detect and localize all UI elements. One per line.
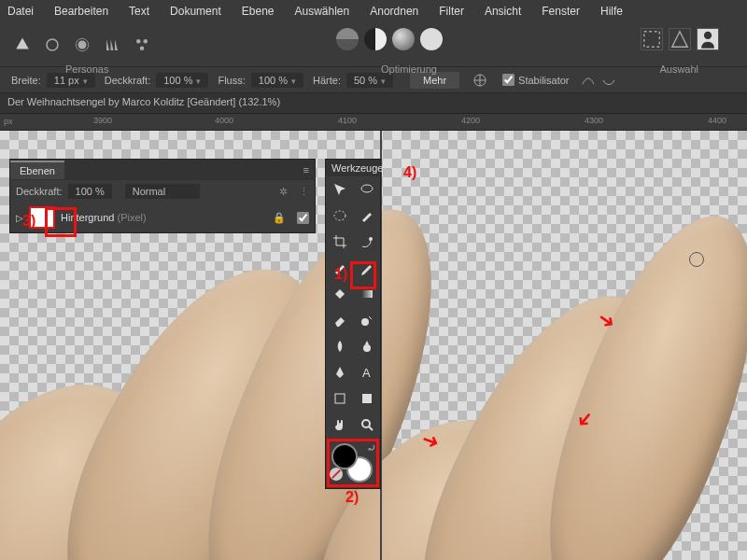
- optimierung-group: [336, 28, 443, 50]
- document-tab[interactable]: Der Weihnachtsengel by Marco Kolditz [Ge…: [0, 93, 747, 114]
- stabilisator-checkbox[interactable]: Stabilisator: [502, 74, 569, 86]
- clone-tool-icon[interactable]: [353, 307, 380, 333]
- layers-menu-icon[interactable]: ≡: [298, 164, 315, 175]
- selection-brush-icon[interactable]: [353, 203, 380, 229]
- flow-value[interactable]: 100 %: [251, 73, 303, 88]
- menu-filter[interactable]: Filter: [439, 5, 464, 18]
- crop-tool-icon[interactable]: [326, 229, 353, 255]
- layer-name: Hintergrund (Pixel): [61, 212, 147, 223]
- brush-preset-icon[interactable]: [472, 73, 487, 88]
- optimierung-label: Optimierung: [381, 63, 437, 75]
- sel-poly-icon[interactable]: [669, 28, 691, 50]
- ruler-tick: 4200: [461, 116, 480, 125]
- dodge-tool-icon[interactable]: [326, 333, 353, 359]
- persona-develop-icon[interactable]: [71, 34, 93, 56]
- persona-tone-icon[interactable]: [101, 34, 123, 56]
- foreground-color[interactable]: [331, 443, 358, 469]
- menu-dokument[interactable]: Dokument: [170, 5, 221, 18]
- ruler-tick: 4300: [585, 116, 603, 125]
- menu-anordnen[interactable]: Anordnen: [370, 5, 418, 18]
- zoom-tool-icon[interactable]: [353, 412, 380, 438]
- menu-hilfe[interactable]: Hilfe: [600, 5, 623, 18]
- main-toolbar: Personas Optimierung Auswahl: [0, 22, 747, 67]
- optim-levels-icon[interactable]: [336, 28, 359, 50]
- svg-point-14: [361, 318, 369, 326]
- stabilisator-input[interactable]: [502, 74, 514, 86]
- text-tool-icon[interactable]: A: [353, 359, 380, 385]
- svg-point-4: [144, 39, 148, 44]
- hand-tool-icon[interactable]: [326, 412, 353, 438]
- gradient-tool-icon[interactable]: [353, 281, 380, 307]
- flood-select-icon[interactable]: [353, 229, 380, 255]
- no-color-icon[interactable]: [330, 468, 343, 481]
- menu-datei[interactable]: Datei: [7, 5, 34, 18]
- menu-auswaehlen[interactable]: Auswählen: [294, 5, 349, 18]
- menu-bearbeiten[interactable]: Bearbeiten: [54, 5, 108, 18]
- ruler-tick: 4100: [338, 116, 357, 125]
- app-logo-icon[interactable]: [11, 34, 34, 56]
- blend-mode-select[interactable]: Normal: [125, 184, 200, 199]
- menu-bar: Datei Bearbeiten Text Dokument Ebene Aus…: [0, 0, 747, 22]
- ruler-tick: 3900: [93, 116, 112, 125]
- layer-opacity-label: Deckkraft:: [16, 186, 63, 197]
- menu-fenster[interactable]: Fenster: [542, 5, 580, 18]
- layers-tab[interactable]: Ebenen: [10, 161, 64, 179]
- move-tool-icon[interactable]: [326, 176, 353, 203]
- svg-point-5: [140, 46, 145, 50]
- mesh-tool-icon[interactable]: [353, 385, 380, 412]
- svg-point-11: [369, 237, 373, 241]
- svg-point-15: [363, 344, 371, 352]
- flow-label: Fluss:: [218, 75, 245, 86]
- layers-panel: Ebenen ≡ Deckkraft: 100 % Normal ✲ ⋮ ▷ H…: [9, 159, 316, 233]
- sel-person-icon[interactable]: [697, 28, 719, 50]
- swap-colors-icon[interactable]: ⤾: [367, 441, 376, 455]
- optim-contrast-icon[interactable]: [364, 28, 387, 50]
- auswahl-group: [641, 28, 719, 50]
- lasso-tool-icon[interactable]: [353, 176, 380, 203]
- brush-cursor-icon: [689, 252, 704, 267]
- ruler-unit: px: [4, 117, 13, 126]
- layer-settings-icon[interactable]: ⋮: [299, 186, 309, 198]
- persona-liquify-icon[interactable]: [41, 34, 63, 56]
- annotation-1: 1): [334, 266, 347, 283]
- horizontal-ruler: px 3900 4000 4100 4200 4300 4400: [0, 114, 747, 131]
- layer-row[interactable]: ▷ Hintergrund (Pixel) 🔒: [10, 203, 315, 232]
- menu-ebene[interactable]: Ebene: [242, 5, 275, 18]
- layer-visible-checkbox[interactable]: [297, 212, 309, 224]
- layer-fx-icon[interactable]: ✲: [279, 186, 288, 198]
- svg-point-7: [704, 32, 712, 39]
- svg-text:A: A: [362, 366, 371, 380]
- svg-point-9: [361, 185, 373, 192]
- opacity-value[interactable]: 100 %: [156, 73, 208, 88]
- annotation-3: 3): [22, 213, 35, 230]
- persona-export-icon[interactable]: [131, 34, 153, 56]
- rope-mode-icon[interactable]: [581, 73, 596, 88]
- burn-tool-icon[interactable]: [353, 333, 380, 359]
- personas-label: Personas: [65, 63, 108, 75]
- layer-opacity-value[interactable]: 100 %: [68, 184, 112, 199]
- menu-ansicht[interactable]: Ansicht: [485, 5, 521, 18]
- svg-point-3: [136, 39, 141, 44]
- annotation-4: 4): [403, 164, 416, 181]
- optim-tone-icon[interactable]: [392, 28, 415, 50]
- layer-lock-icon[interactable]: 🔒: [273, 212, 286, 224]
- svg-rect-13: [361, 290, 373, 298]
- marquee-tool-icon[interactable]: [326, 203, 353, 229]
- tools-panel: Werkzeuge A ⤾: [325, 159, 381, 489]
- stabilisator-label: Stabilisator: [518, 75, 569, 86]
- sel-rect-icon[interactable]: [641, 28, 663, 50]
- paint-brush-icon[interactable]: [353, 255, 380, 281]
- color-swatches[interactable]: ⤾: [326, 440, 380, 484]
- ruler-tick: 4400: [708, 116, 726, 125]
- eraser-tool-icon[interactable]: [326, 307, 353, 333]
- pen-tool-icon[interactable]: [326, 359, 353, 385]
- menu-text[interactable]: Text: [129, 5, 149, 18]
- fill-tool-icon[interactable]: [326, 281, 353, 307]
- svg-rect-6: [644, 32, 660, 48]
- window-mode-icon[interactable]: [601, 73, 616, 88]
- svg-point-19: [362, 420, 370, 427]
- canvas-area[interactable]: Ebenen ≡ Deckkraft: 100 % Normal ✲ ⋮ ▷ H…: [0, 131, 747, 560]
- ruler-tick: 4000: [215, 116, 233, 125]
- optim-white-icon[interactable]: [420, 28, 443, 50]
- shape-tool-icon[interactable]: [326, 385, 353, 412]
